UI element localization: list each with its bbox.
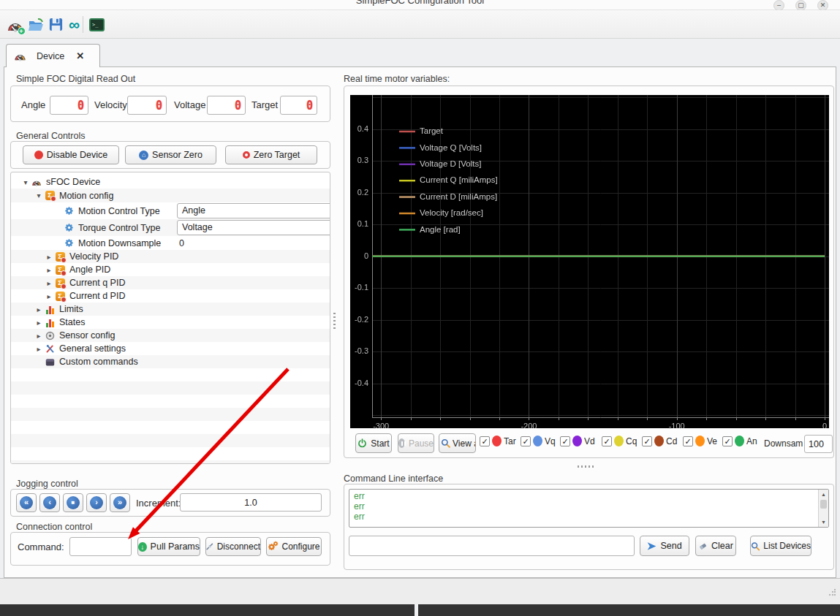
magnifier-icon (441, 438, 450, 448)
voltage-value: 0 (235, 98, 241, 113)
expander-icon[interactable]: ▸ (45, 266, 53, 274)
expander-icon[interactable]: ▸ (45, 253, 53, 261)
view-all-button[interactable]: View all (439, 433, 476, 453)
series-toggle-target[interactable]: ✓ Tar (480, 436, 516, 446)
minimize-button[interactable]: – (773, 0, 784, 11)
series-toggle-vq[interactable]: ✓ Vq (521, 436, 556, 446)
new-device-button[interactable]: + (5, 15, 25, 34)
tree-item-custom-commands[interactable]: Custom commands (11, 355, 330, 368)
disable-device-button[interactable]: Disable Device (23, 145, 119, 164)
clear-button[interactable]: Clear (695, 536, 736, 556)
checkbox[interactable]: ✓ (642, 436, 652, 446)
tree-item-sfoc-device[interactable]: ▾ sFOC Device (11, 175, 330, 189)
close-button[interactable]: ✕ (817, 0, 828, 11)
configure-label: Configure (281, 541, 319, 552)
tree-item-states[interactable]: ▸ States (11, 316, 330, 329)
jog-back-button[interactable]: ‹ (39, 493, 60, 512)
cli-log-line: err (349, 501, 828, 512)
downsample-input[interactable] (804, 435, 833, 453)
series-label: Tar (504, 436, 516, 446)
arduino-button[interactable]: ∞ (64, 15, 84, 34)
zero-target-label: Zero Target (254, 150, 300, 160)
tree-item-general-settings[interactable]: ▸ General settings (11, 342, 330, 355)
series-toggle-ve[interactable]: ✓ Ve (683, 436, 717, 446)
checkbox[interactable]: ✓ (560, 436, 570, 446)
checkbox[interactable]: ✓ (602, 436, 612, 446)
series-toggle-vd[interactable]: ✓ Vd (560, 436, 595, 446)
tree-item-angle-pid[interactable]: ▸ Σ Angle PID (11, 263, 330, 276)
pause-button[interactable]: Pause (398, 433, 434, 453)
save-button[interactable] (46, 15, 66, 34)
horizontal-splitter-handle[interactable] (578, 465, 595, 468)
tree-item-sensor-config[interactable]: ▸ Sensor config (11, 329, 330, 342)
plus-badge-icon: + (18, 27, 26, 35)
plot-title: Real time motor variables: (344, 74, 450, 84)
expander-icon[interactable]: ▸ (45, 292, 53, 300)
sigma-icon: Σ (55, 265, 65, 275)
tree-item-current-q-pid[interactable]: ▸ Σ Current q PID (11, 276, 330, 289)
tab-device[interactable]: Device ✕ (6, 44, 100, 67)
command-input[interactable] (69, 537, 132, 556)
device-gauge-icon (14, 50, 26, 62)
realtime-plot-canvas (350, 95, 829, 428)
expander-icon[interactable]: ▸ (34, 305, 43, 313)
list-devices-button[interactable]: List Devices (750, 536, 811, 556)
serial-terminal-button[interactable]: >_ (87, 15, 107, 34)
zero-target-button[interactable]: Zero Target (225, 145, 317, 164)
chevron-left-icon: ‹ (43, 496, 56, 509)
series-label: Vq (545, 436, 556, 446)
scrollbar[interactable]: ▲ ▼ (818, 490, 828, 527)
open-project-button[interactable] (26, 15, 46, 34)
jog-stop-button[interactable]: ■ (63, 493, 83, 512)
readout-title: Simple FOC Digital Read Out (16, 74, 135, 84)
tree-item-torque-control-type[interactable]: Torque Control Type Voltage ▾ (11, 219, 330, 236)
checkbox[interactable]: ✓ (683, 436, 693, 446)
tree-item-motion-control-type[interactable]: Motion Control Type Angle ▾ (11, 202, 330, 219)
cli-input[interactable] (349, 536, 635, 556)
jog-fast-back-button[interactable]: « (16, 493, 37, 512)
series-toggle-cd[interactable]: ✓ Cd (642, 436, 677, 446)
torque-control-type-select[interactable]: Voltage ▾ (177, 220, 330, 235)
sensor-zero-button[interactable]: ⌂ Sensor Zero (125, 145, 216, 164)
vertical-splitter-handle[interactable] (333, 313, 336, 330)
send-button[interactable]: Send (640, 536, 689, 556)
general-controls-box: Disable Device ⌂ Sensor Zero Zero Target (10, 141, 330, 169)
series-toggle-cq[interactable]: ✓ Cq (602, 436, 637, 446)
resize-grip[interactable] (828, 589, 836, 596)
configure-button[interactable]: Configure (266, 537, 322, 556)
scroll-up-icon[interactable]: ▲ (819, 490, 828, 499)
scroll-thumb[interactable] (820, 500, 827, 509)
motion-control-type-select[interactable]: Angle ▾ (177, 203, 330, 218)
tree-item-current-d-pid[interactable]: ▸ Σ Current d PID (11, 289, 330, 303)
series-toggle-an[interactable]: ✓ An (722, 436, 757, 446)
series-label: An (746, 436, 757, 446)
checkbox[interactable]: ✓ (521, 436, 531, 446)
jog-forward-button[interactable]: › (86, 493, 107, 512)
increment-input[interactable] (180, 493, 322, 512)
ring-icon (243, 151, 250, 159)
checkbox[interactable]: ✓ (480, 436, 490, 446)
expander-icon[interactable]: ▾ (21, 178, 30, 186)
expander-icon[interactable]: ▸ (34, 319, 43, 327)
tree-item-limits[interactable]: ▸ Limits (11, 303, 330, 316)
expander-icon[interactable]: ▸ (34, 332, 43, 340)
expander-icon[interactable]: ▸ (45, 279, 53, 287)
start-button[interactable]: Start (355, 433, 392, 453)
maximize-button[interactable]: ▢ (795, 0, 806, 11)
jog-fast-forward-button[interactable]: » (110, 493, 130, 512)
cli-log[interactable]: err err err ▲ ▼ (349, 489, 829, 528)
disable-device-label: Disable Device (47, 150, 107, 160)
scroll-down-icon[interactable]: ▼ (819, 517, 828, 527)
tree-item-motion-downsample[interactable]: Motion Downsample 0 (11, 236, 330, 250)
sigma-icon: Σ (55, 278, 65, 288)
velocity-value: 0 (156, 98, 162, 113)
tree-item-value[interactable]: 0 (179, 238, 184, 248)
expander-icon[interactable]: ▾ (34, 191, 43, 199)
disconnect-button[interactable]: Disconnect (205, 537, 261, 556)
tab-close-icon[interactable]: ✕ (76, 50, 84, 61)
tree-item-velocity-pid[interactable]: ▸ Σ Velocity PID (11, 250, 330, 263)
checkbox[interactable]: ✓ (722, 436, 733, 446)
pull-params-button[interactable]: ↓ Pull Params (137, 537, 200, 556)
tree-item-motion-config[interactable]: ▾ Σ Motion config (11, 189, 330, 202)
expander-icon[interactable]: ▸ (34, 345, 43, 353)
